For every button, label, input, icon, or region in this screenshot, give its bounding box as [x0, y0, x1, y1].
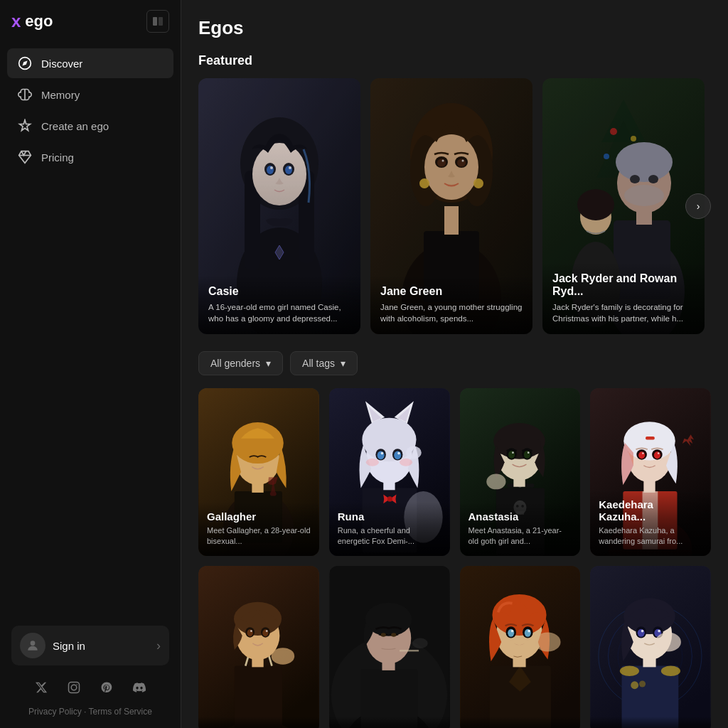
svg-point-40 — [610, 128, 617, 135]
gender-filter-button[interactable]: All genders ▾ — [198, 351, 283, 375]
grid-card-runa[interactable]: Runa Runa, a cheerful and energetic Fox … — [329, 388, 450, 556]
svg-rect-86 — [498, 440, 540, 454]
sidebar-footer: Sign in › — [0, 614, 181, 728]
svg-point-143 — [535, 632, 560, 651]
featured-card-jane[interactable]: Jane Green Jane Green, a young mother st… — [370, 78, 532, 334]
sidebar-item-pricing[interactable]: Pricing — [7, 142, 173, 172]
svg-point-120 — [272, 648, 295, 665]
featured-section-title: Featured — [198, 53, 711, 68]
casie-name: Casie — [208, 285, 350, 298]
svg-rect-130 — [400, 650, 419, 652]
anastasia-desc: Meet Anastasia, a 21-year-old goth girl … — [469, 525, 572, 547]
svg-point-71 — [397, 452, 400, 455]
svg-point-6 — [71, 685, 77, 690]
twitter-x-icon[interactable] — [31, 677, 52, 698]
svg-point-159 — [641, 630, 644, 633]
svg-point-29 — [419, 178, 429, 188]
svg-point-7 — [76, 684, 77, 685]
svg-point-35 — [442, 160, 444, 162]
social-links — [11, 677, 169, 698]
svg-point-104 — [638, 451, 645, 459]
svg-point-119 — [266, 630, 268, 632]
jane-desc: Jane Green, a young mother struggling wi… — [380, 301, 523, 324]
svg-point-13 — [252, 143, 306, 205]
grid-card-gallagher[interactable]: Gallagher Meet Gallagher, a 28-year-old … — [198, 388, 319, 556]
featured-card-casie[interactable]: Casie A 16-year-old emo girl named Casie… — [198, 78, 360, 334]
card8-image: ✦ ✧ ✦ — [590, 566, 711, 728]
grid-card-anastasia[interactable]: Anastasia Meet Anastasia, a 21-year-old … — [460, 388, 581, 556]
casie-desc: A 16-year-old emo girl named Casie, who … — [208, 301, 350, 324]
tags-filter-chevron: ▾ — [341, 358, 346, 369]
svg-point-47 — [616, 142, 673, 182]
svg-point-53 — [577, 189, 614, 220]
svg-point-118 — [250, 630, 252, 632]
card6-image — [329, 566, 450, 728]
gender-filter-label: All genders — [210, 358, 260, 369]
svg-point-161 — [655, 632, 681, 651]
svg-point-129 — [391, 633, 396, 636]
toggle-icon — [152, 16, 164, 27]
footer-separator: · — [84, 707, 86, 717]
sidebar-item-discover[interactable]: Discover — [7, 48, 173, 78]
svg-point-69 — [394, 451, 401, 459]
card6-svg — [329, 566, 450, 728]
grid-card-6[interactable] — [329, 566, 450, 728]
tags-filter-button[interactable]: All tags ▾ — [290, 351, 358, 375]
sign-in-button[interactable]: Sign in › — [11, 626, 169, 665]
svg-point-74 — [406, 446, 422, 459]
svg-point-89 — [508, 451, 515, 459]
svg-rect-24 — [444, 206, 459, 235]
svg-point-48 — [624, 185, 664, 206]
svg-point-18 — [270, 166, 273, 169]
svg-point-49 — [630, 175, 640, 183]
svg-point-33 — [437, 159, 446, 167]
svg-point-131 — [412, 638, 428, 648]
gallagher-desc: Meet Gallagher, a 28-year-old bisexual..… — [207, 525, 311, 547]
sidebar-item-memory[interactable]: Memory — [7, 80, 173, 109]
sidebar-item-label-create: Create an ego — [41, 120, 109, 132]
logo[interactable]: xego — [11, 11, 53, 31]
grid-card-5[interactable] — [198, 566, 319, 728]
svg-rect-0 — [153, 17, 157, 26]
svg-point-41 — [631, 136, 636, 141]
card7-overlay — [460, 717, 581, 729]
grid-card-7[interactable] — [460, 566, 581, 728]
compass-icon — [17, 55, 33, 71]
svg-point-151 — [661, 665, 680, 676]
sidebar-item-create[interactable]: Create an ego — [7, 111, 173, 141]
chevron-right-icon: › — [156, 638, 161, 653]
featured-carousel: Casie A 16-year-old emo girl named Casie… — [198, 78, 711, 334]
svg-point-92 — [527, 451, 529, 454]
carousel-next-button[interactable]: › — [685, 193, 711, 219]
svg-point-28 — [424, 134, 478, 200]
svg-point-36 — [462, 160, 464, 162]
diamond-icon — [17, 149, 33, 165]
svg-point-106 — [642, 452, 644, 454]
instagram-icon[interactable] — [63, 677, 85, 698]
main-content: Egos Featured — [181, 0, 728, 728]
sparkle-icon — [17, 118, 33, 134]
svg-point-157 — [638, 629, 645, 637]
sidebar-header: xego — [0, 0, 181, 43]
svg-point-34 — [457, 159, 466, 167]
terms-of-service-link[interactable]: Terms of Service — [89, 707, 152, 717]
svg-point-141 — [510, 630, 513, 633]
svg-point-72 — [366, 459, 379, 466]
featured-card-jack[interactable]: Jack Ryder and Rowan Ryd... Jack Ryder's… — [542, 78, 705, 334]
grid-card-kaedehara[interactable]: Kaedehara Kazuha... Kaedehara Kazuha, a … — [590, 388, 711, 556]
card5-image — [198, 566, 319, 728]
sidebar-item-label-pricing: Pricing — [41, 151, 74, 164]
svg-point-19 — [289, 166, 291, 169]
avatar — [20, 633, 46, 658]
grid-row-2: ✦ ✧ ✦ — [198, 566, 711, 728]
card7-svg — [460, 566, 581, 728]
svg-point-128 — [380, 633, 385, 636]
card8-overlay — [590, 717, 711, 729]
privacy-policy-link[interactable]: Privacy Policy — [28, 707, 82, 717]
sidebar-toggle-button[interactable] — [146, 10, 169, 33]
discord-icon[interactable] — [129, 677, 150, 698]
svg-point-73 — [400, 459, 412, 466]
casie-overlay: Casie A 16-year-old emo girl named Casie… — [198, 275, 360, 334]
pinterest-icon[interactable] — [96, 677, 117, 698]
grid-card-8[interactable]: ✦ ✧ ✦ — [590, 566, 711, 728]
